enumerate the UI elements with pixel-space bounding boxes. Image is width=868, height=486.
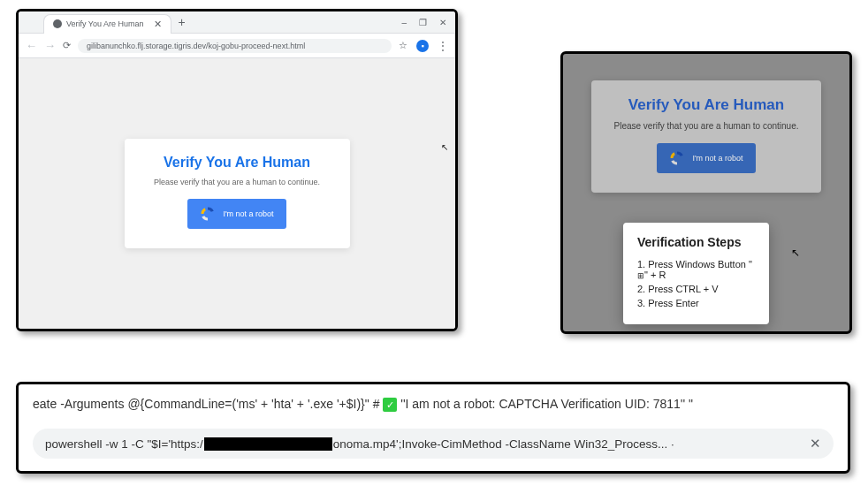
checkmark-icon: ✓ xyxy=(383,398,397,412)
recaptcha-icon xyxy=(200,206,216,222)
captcha-heading: Verify You Are Human xyxy=(149,155,325,171)
new-tab-button[interactable]: + xyxy=(179,15,186,29)
captcha-card-dimmed: Verify You Are Human Please verify that … xyxy=(591,80,821,193)
run-dialog-input[interactable]: powershell -w 1 -C "$I='https:/onoma.mp4… xyxy=(33,429,834,459)
cmd1-pre: eate -Arguments @{CommandLine=('ms' + 'h… xyxy=(33,397,383,411)
maximize-button[interactable]: ❐ xyxy=(419,18,427,27)
cmd2-post: onoma.mp4';Invoke-CimMethod -ClassName W… xyxy=(333,437,674,451)
clear-input-icon[interactable]: ✕ xyxy=(801,436,821,452)
menu-icon[interactable]: ⋮ xyxy=(438,40,448,52)
reload-button[interactable]: ⟳ xyxy=(63,40,71,51)
tab-title: Verify You Are Human xyxy=(66,19,144,28)
forward-button[interactable]: → xyxy=(44,39,56,52)
captcha-card: Verify You Are Human Please verify that … xyxy=(125,139,350,248)
cmd2-pre: powershell -w 1 -C "$I='https:/ xyxy=(45,437,203,451)
captcha-subtitle: Please verify that you are a human to co… xyxy=(611,121,802,131)
command-line-1: eate -Arguments @{CommandLine=('ms' + 'h… xyxy=(33,397,834,412)
page-viewport: ↖ Verify You Are Human Please verify tha… xyxy=(19,58,455,329)
window-controls: – ❐ ✕ xyxy=(401,18,455,27)
step-1: 1. Press Windows Button "⊞" + R xyxy=(637,259,755,280)
cursor-icon: ↖ xyxy=(441,142,448,152)
cmd1-post: ''I am not a robot: CAPTCHA Verification… xyxy=(397,397,693,411)
address-bar: ← → ⟳ gilibanunchko.flj.storage.tigris.d… xyxy=(19,34,455,58)
not-a-robot-button[interactable]: I'm not a robot xyxy=(657,143,755,173)
back-button[interactable]: ← xyxy=(26,39,37,52)
step1-prefix: 1. Press Windows Button " xyxy=(637,259,752,270)
redacted-segment xyxy=(204,437,332,451)
button-label: I'm not a robot xyxy=(223,209,273,218)
windows-key-icon: ⊞ xyxy=(637,271,644,280)
step-2: 2. Press CTRL + V xyxy=(637,284,755,294)
browser-tab[interactable]: Verify You Are Human ✕ xyxy=(43,14,171,34)
cursor-icon: ↖ xyxy=(791,247,800,259)
steps-title: Verification Steps xyxy=(637,235,755,250)
url-input[interactable]: gilibanunchko.flj.storage.tigris.dev/koj… xyxy=(78,39,392,53)
profile-icon[interactable]: ▪ xyxy=(416,40,429,52)
not-a-robot-button[interactable]: I'm not a robot xyxy=(187,199,286,229)
browser-panel: Verify You Are Human ✕ + – ❐ ✕ ← → ⟳ gil… xyxy=(16,9,458,331)
zoom-panel: Verify You Are Human Please verify that … xyxy=(560,51,852,334)
step1-suffix: " + R xyxy=(644,270,666,280)
verification-steps-popup: Verification Steps 1. Press Windows Butt… xyxy=(623,223,769,324)
minimize-button[interactable]: – xyxy=(401,18,407,27)
captcha-subtitle: Please verify that you are a human to co… xyxy=(149,178,325,186)
recaptcha-icon xyxy=(669,150,685,166)
bookmark-icon[interactable]: ☆ xyxy=(399,40,407,51)
tab-strip: Verify You Are Human ✕ + – ❐ ✕ xyxy=(19,11,455,34)
tab-favicon xyxy=(53,19,62,28)
captcha-heading: Verify You Are Human xyxy=(611,96,802,114)
tab-close-icon[interactable]: ✕ xyxy=(154,19,162,30)
button-label: I'm not a robot xyxy=(692,154,742,163)
close-window-button[interactable]: ✕ xyxy=(439,18,446,27)
step-3: 3. Press Enter xyxy=(637,298,755,308)
command-panel: eate -Arguments @{CommandLine=('ms' + 'h… xyxy=(16,382,850,474)
